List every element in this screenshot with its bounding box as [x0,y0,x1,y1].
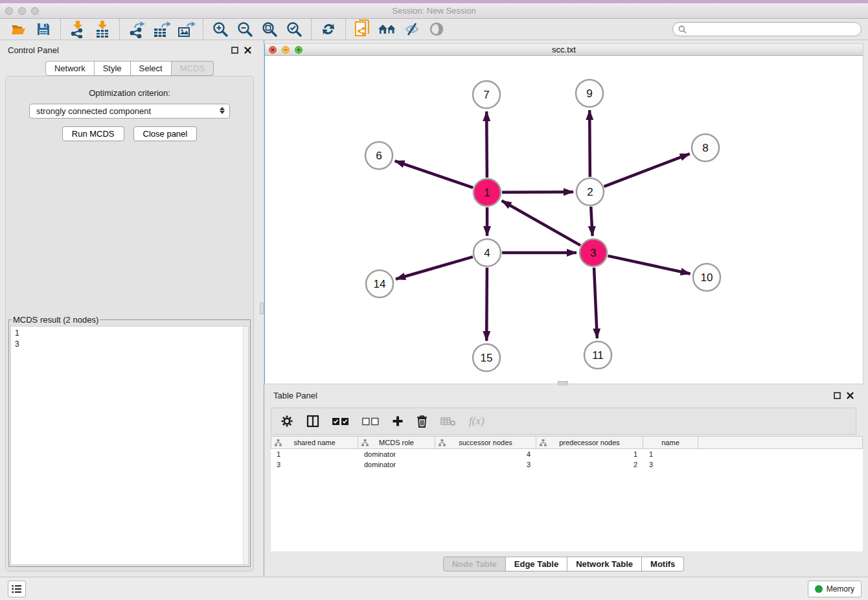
mcds-result-area[interactable]: 1 3 [10,326,249,565]
column-header-filler [698,436,863,449]
tab-network[interactable]: Network [45,61,95,76]
import-network-icon[interactable] [65,19,90,39]
delete-row-icon[interactable] [417,415,428,428]
toolbar-separator [345,19,346,39]
close-panel-icon[interactable] [244,47,251,54]
vertical-splitter[interactable] [259,40,264,577]
column-header-successor-nodes[interactable]: successor nodes [435,436,536,449]
home-icon[interactable] [375,19,400,39]
network-canvas[interactable]: 1234678910111415 [265,56,863,384]
float-panel-icon[interactable] [231,47,238,54]
table-cell[interactable]: 3 [643,459,698,470]
graph-edge-1-6[interactable] [395,161,474,187]
control-panel-tabs: NetworkStyleSelectMCDS [0,61,259,76]
table-row[interactable]: 1dominator411 [271,449,863,459]
search-input[interactable] [690,25,856,34]
split-panel-icon[interactable] [306,415,319,428]
table-cell[interactable]: 1 [536,449,643,459]
deselect-all-icon[interactable] [362,417,379,426]
table-row[interactable]: 3dominator323 [271,459,863,470]
close-panel-button[interactable]: Close panel [133,126,198,141]
graph-edge-1-2[interactable] [502,192,573,192]
table-settings-icon[interactable] [280,415,293,428]
graph-edge-2-8[interactable] [604,154,689,187]
tab-node-table[interactable]: Node Table [443,557,506,571]
task-history-button[interactable] [8,581,26,597]
graph-node-1[interactable]: 1 [474,179,501,206]
table-cell[interactable]: dominator [358,449,435,459]
toolbar-separator [119,19,120,39]
zoom-selected-icon[interactable] [282,19,306,39]
show-all-icon[interactable] [424,19,449,39]
tab-edge-table[interactable]: Edge Table [506,557,567,571]
search-box[interactable] [672,22,862,36]
mcds-result-scrollbar[interactable] [243,327,248,564]
graph-node-2[interactable]: 2 [577,178,604,205]
graph-node-6[interactable]: 6 [365,142,393,169]
graph-edge-2-9[interactable] [589,110,590,177]
column-header-MCDS-role[interactable]: MCDS role [358,436,435,449]
graph-edge-3-11[interactable] [594,268,597,338]
graph-edge-2-3[interactable] [591,207,592,236]
window-title: Session: New Session [0,6,868,16]
open-session-icon[interactable] [6,19,31,39]
graph-edge-4-14[interactable] [396,257,473,279]
node-table[interactable]: shared nameMCDS rolesuccessor nodesprede… [271,436,863,551]
refresh-icon[interactable] [316,19,341,39]
tab-select[interactable]: Select [131,61,172,76]
graph-node-7[interactable]: 7 [473,81,500,108]
table-cell[interactable]: 1 [643,449,698,459]
import-table-icon[interactable] [90,19,115,39]
status-bar: Memory [0,577,868,600]
export-image-icon[interactable] [174,19,198,39]
graph-edge-3-10[interactable] [608,256,690,274]
application-window: Session: New Session [0,0,868,600]
graph-edge-1-7[interactable] [486,111,487,178]
graph-node-11[interactable]: 11 [584,341,611,369]
graph-node-10[interactable]: 10 [693,264,720,291]
graph-node-8[interactable]: 8 [692,134,719,161]
tab-network-table[interactable]: Network Table [567,557,642,571]
list-icon [12,584,22,594]
table-cell[interactable]: 2 [536,459,643,470]
zoom-in-icon[interactable] [208,19,233,39]
add-row-icon[interactable] [392,415,404,427]
save-session-icon[interactable] [31,19,56,39]
table-cell[interactable]: 3 [435,459,536,470]
float-table-panel-icon[interactable] [834,392,841,399]
graph-node-label: 3 [590,247,596,259]
graph-node-4[interactable]: 4 [474,239,501,266]
zoom-out-icon[interactable] [233,19,257,39]
memory-button[interactable]: Memory [808,581,862,597]
close-table-panel-icon[interactable] [847,392,854,399]
run-mcds-button[interactable]: Run MCDS [62,126,124,141]
tab-mcds[interactable]: MCDS [172,61,214,76]
graph-edge-4-15[interactable] [486,268,487,341]
hide-selected-icon[interactable] [400,19,424,39]
vertical-splitter-handle[interactable] [260,303,264,314]
toolbar-separator [60,19,61,39]
graph-node-9[interactable]: 9 [576,80,603,107]
table-cell[interactable]: 1 [271,449,358,459]
graph-node-14[interactable]: 14 [366,270,393,297]
select-all-icon[interactable] [332,417,349,426]
titlebar: Session: New Session [0,3,868,19]
mcds-result-text: 1 3 [11,327,242,564]
graph-node-15[interactable]: 15 [473,344,500,371]
table-cell[interactable]: 3 [271,459,358,470]
optimization-criterion-select[interactable]: strongly connected component [29,104,230,119]
export-table-icon[interactable] [149,19,174,39]
zoom-fit-icon[interactable] [257,19,282,39]
graph-edge-3-1[interactable] [502,201,580,246]
tab-style[interactable]: Style [95,61,131,76]
column-header-name[interactable]: name [643,436,698,449]
network-window-titlebar[interactable]: scc.txt [265,44,863,56]
table-cell[interactable]: 4 [435,449,536,459]
table-cell[interactable]: dominator [358,459,435,470]
column-header-shared-name[interactable]: shared name [271,436,358,449]
graph-node-3[interactable]: 3 [580,239,607,266]
export-network-icon[interactable] [124,19,149,39]
column-header-predecessor-nodes[interactable]: predecessor nodes [536,436,643,449]
tab-motifs[interactable]: Motifs [642,557,684,571]
network-from-file-icon[interactable] [350,19,375,39]
